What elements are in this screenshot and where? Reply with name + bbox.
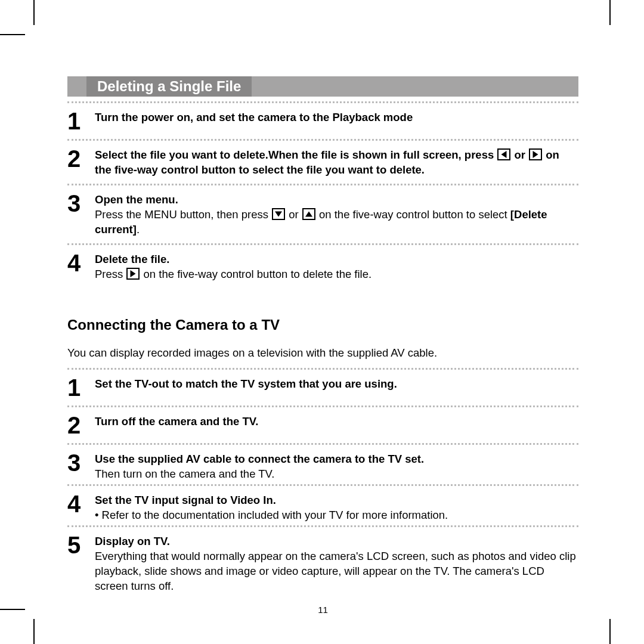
step-number: 3 <box>67 190 95 215</box>
up-arrow-icon <box>302 208 315 220</box>
step-title: Display on TV. <box>95 535 170 547</box>
step-body-part: or <box>286 208 302 221</box>
step-title: Use the supplied AV cable to connect the… <box>95 453 424 465</box>
step: 4 Delete the file. Press on the five-way… <box>67 245 578 288</box>
left-arrow-icon <box>497 148 510 160</box>
step: 2 Select the file you want to delete.Whe… <box>67 141 578 184</box>
intro-text: You can display recorded images on a tel… <box>67 346 578 360</box>
right-arrow-icon <box>126 268 140 280</box>
step-number: 4 <box>67 250 95 275</box>
step-number: 4 <box>67 491 95 516</box>
step-title: Open the menu. <box>95 193 178 206</box>
step-number: 2 <box>67 145 95 171</box>
step-title: Turn the power on, and set the camera to… <box>95 111 413 123</box>
step-title: Delete the file. <box>95 253 169 265</box>
step-number: 5 <box>67 532 95 557</box>
section-header-bar: Deleting a Single File <box>67 76 578 97</box>
step: 1 Set the TV-out to match the TV system … <box>67 370 578 405</box>
step-number: 1 <box>67 374 95 400</box>
step-number: 1 <box>67 108 95 133</box>
step: 3 Use the supplied AV cable to connect t… <box>67 445 578 484</box>
down-arrow-icon <box>272 208 285 220</box>
right-arrow-icon <box>529 148 542 160</box>
step-body: Everything that would normally appear on… <box>95 550 576 592</box>
step-body: Then turn on the camera and the TV. <box>95 467 274 480</box>
step-title-part: Select the file you want to delete.When … <box>95 148 497 161</box>
step-number: 3 <box>67 450 95 475</box>
step: 4 Set the TV input signal to Video In. •… <box>67 486 578 525</box>
step-body: • Refer to the documentation included wi… <box>95 509 448 521</box>
step-body-part: on the five-way control button to delete… <box>140 268 371 280</box>
step: 2 Turn off the camera and the TV. <box>67 407 578 443</box>
step: 3 Open the menu. Press the MENU button, … <box>67 185 578 243</box>
step: 1 Turn the power on, and set the camera … <box>67 103 578 139</box>
step-body-part: on the five-way control button to select <box>316 208 510 221</box>
step-title: Set the TV input signal to Video In. <box>95 494 276 506</box>
step-body-part: Press the MENU button, then press <box>95 208 271 221</box>
page-number: 11 <box>67 605 578 615</box>
step-title: Turn off the camera and the TV. <box>95 415 258 428</box>
step-body-part: Press <box>95 268 126 280</box>
step-body-part: . <box>137 223 140 236</box>
section-title: Deleting a Single File <box>86 76 252 97</box>
manual-page: Deleting a Single File 1 Turn the power … <box>67 76 578 615</box>
step-title: Set the TV-out to match the TV system th… <box>95 377 397 390</box>
subsection-heading: Connecting the Camera to a TV <box>67 317 578 333</box>
step-number: 2 <box>67 412 95 437</box>
step-title-part: or <box>511 148 528 161</box>
step: 5 Display on TV. Everything that would n… <box>67 527 578 600</box>
